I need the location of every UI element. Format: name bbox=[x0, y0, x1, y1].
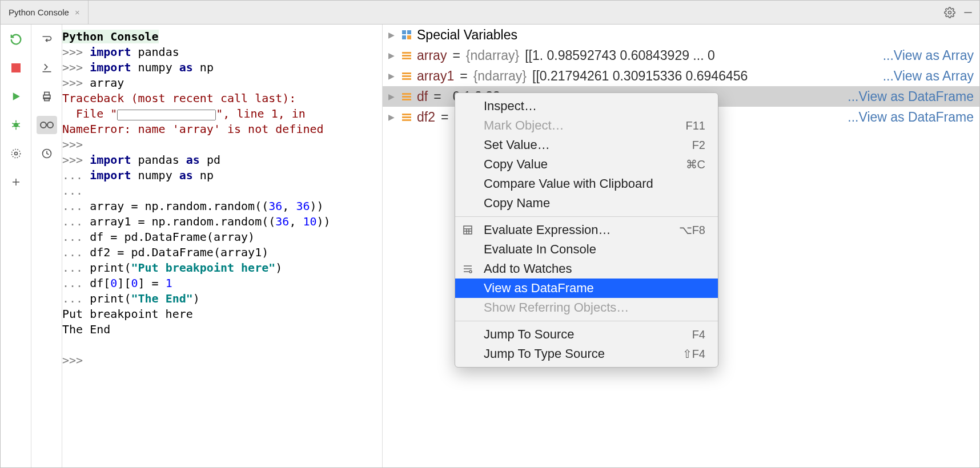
expand-icon[interactable]: ▶ bbox=[388, 51, 396, 60]
add-button[interactable] bbox=[6, 173, 26, 191]
svg-rect-17 bbox=[44, 92, 49, 95]
special-vars-icon bbox=[402, 30, 411, 39]
menu-item-label: Evaluate In Console bbox=[484, 242, 596, 257]
variable-row[interactable]: ▶array1 = {ndarray} [[0.21794261 0.30915… bbox=[383, 66, 979, 86]
console-output[interactable]: Python Console >>> import pandas >>> imp… bbox=[62, 25, 382, 467]
expand-icon[interactable]: ▶ bbox=[388, 92, 396, 101]
scroll-end-button[interactable] bbox=[37, 59, 57, 77]
menu-item[interactable]: Evaluate Expression…⌥F8 bbox=[455, 220, 718, 240]
history-button[interactable] bbox=[37, 144, 57, 163]
minimize-icon[interactable] bbox=[962, 7, 974, 18]
variable-type: {ndarray} bbox=[466, 48, 519, 63]
menu-shortcut: F11 bbox=[686, 119, 705, 132]
menu-item-label: Copy Value bbox=[484, 157, 548, 172]
rerun-button[interactable] bbox=[6, 30, 26, 49]
tab-python-console[interactable]: Python Console × bbox=[1, 1, 89, 25]
special-vars-label: Special Variables bbox=[417, 27, 517, 43]
menu-item-label: Copy Name bbox=[484, 196, 550, 211]
menu-item[interactable]: Add to Watches bbox=[455, 259, 718, 279]
menu-item-label: View as DataFrame bbox=[484, 281, 594, 296]
svg-line-7 bbox=[12, 123, 14, 124]
menu-item-label: Jump To Source bbox=[484, 327, 575, 342]
svg-rect-30 bbox=[402, 75, 411, 77]
variable-icon bbox=[402, 92, 411, 101]
menu-item[interactable]: View as DataFrame bbox=[455, 279, 718, 298]
menu-item-label: Jump To Type Source bbox=[484, 346, 605, 361]
variable-icon bbox=[402, 71, 411, 80]
svg-rect-27 bbox=[402, 55, 411, 57]
toolbar-primary bbox=[1, 25, 31, 467]
equals: = bbox=[441, 110, 448, 125]
tab-label: Python Console bbox=[9, 7, 69, 17]
variable-value: [[1. 0.98592743 0.60843929 ... 0 bbox=[525, 48, 877, 63]
menu-item-label: Add to Watches bbox=[484, 261, 572, 276]
view-as-link[interactable]: ...View as Array bbox=[883, 68, 974, 84]
settings-button[interactable] bbox=[6, 144, 26, 163]
menu-item-label: Show Referring Objects… bbox=[484, 300, 629, 315]
menu-item: Show Referring Objects… bbox=[455, 298, 718, 317]
menu-shortcut: F4 bbox=[692, 328, 705, 341]
svg-rect-24 bbox=[402, 35, 406, 39]
variable-value: [[0.21794261 0.30915336 0.6946456 bbox=[532, 68, 877, 84]
menu-separator bbox=[455, 216, 718, 217]
tab-bar: Python Console × bbox=[1, 1, 979, 25]
menu-item[interactable]: Jump To Type Source⇧F4 bbox=[455, 344, 718, 364]
menu-shortcut: ⌘C bbox=[686, 158, 705, 171]
view-as-link[interactable]: ...View as DataFrame bbox=[848, 89, 974, 104]
menu-item[interactable]: Evaluate In Console bbox=[455, 240, 718, 259]
variable-row[interactable]: ▶array = {ndarray} [[1. 0.98592743 0.608… bbox=[383, 45, 979, 66]
soft-wrap-button[interactable] bbox=[37, 30, 57, 49]
svg-line-9 bbox=[12, 126, 14, 127]
variable-name: df bbox=[417, 89, 428, 104]
equals: = bbox=[433, 89, 441, 104]
svg-rect-22 bbox=[402, 30, 406, 34]
svg-rect-37 bbox=[402, 119, 411, 121]
menu-item[interactable]: Copy Value⌘C bbox=[455, 155, 718, 174]
svg-line-10 bbox=[18, 126, 19, 127]
variable-name: array bbox=[417, 48, 447, 63]
svg-point-19 bbox=[41, 122, 46, 128]
menu-item-label: Mark Object… bbox=[484, 118, 564, 133]
equals: = bbox=[452, 48, 460, 63]
menu-item[interactable]: Jump To SourceF4 bbox=[455, 325, 718, 344]
svg-rect-32 bbox=[402, 93, 411, 95]
svg-rect-36 bbox=[402, 116, 411, 118]
svg-point-20 bbox=[47, 122, 53, 128]
svg-line-8 bbox=[18, 123, 19, 124]
expand-icon[interactable]: ▶ bbox=[388, 71, 396, 80]
svg-point-4 bbox=[13, 123, 18, 127]
expand-icon[interactable]: ▶ bbox=[388, 30, 396, 39]
debug-button[interactable] bbox=[6, 116, 26, 134]
menu-item: Mark Object…F11 bbox=[455, 116, 718, 135]
svg-rect-33 bbox=[402, 96, 411, 98]
special-variables-row[interactable]: ▶ Special Variables bbox=[383, 25, 979, 45]
svg-rect-28 bbox=[402, 58, 411, 59]
svg-rect-25 bbox=[407, 35, 411, 39]
menu-item[interactable]: Compare Value with Clipboard bbox=[455, 174, 718, 193]
view-as-link[interactable]: ...View as Array bbox=[883, 48, 974, 63]
svg-point-0 bbox=[949, 11, 951, 14]
show-variables-button[interactable] bbox=[37, 116, 57, 134]
calculator-icon bbox=[463, 225, 476, 235]
menu-item[interactable]: Set Value…F2 bbox=[455, 135, 718, 155]
stop-button[interactable] bbox=[6, 59, 26, 77]
context-menu: Inspect…Mark Object…F11Set Value…F2Copy … bbox=[455, 92, 718, 368]
menu-shortcut: ⌥F8 bbox=[679, 223, 705, 237]
svg-rect-29 bbox=[402, 72, 411, 74]
print-button[interactable] bbox=[37, 87, 57, 106]
menu-item[interactable]: Copy Name bbox=[455, 193, 718, 213]
svg-point-12 bbox=[11, 150, 20, 158]
close-icon[interactable]: × bbox=[75, 7, 80, 17]
expand-icon[interactable]: ▶ bbox=[388, 112, 396, 122]
run-button[interactable] bbox=[6, 87, 26, 106]
menu-item-label: Set Value… bbox=[484, 138, 550, 152]
menu-item-label: Evaluate Expression… bbox=[484, 223, 611, 237]
svg-rect-34 bbox=[402, 99, 411, 100]
gear-icon[interactable] bbox=[944, 7, 955, 18]
equals: = bbox=[460, 68, 467, 84]
svg-rect-26 bbox=[402, 52, 411, 54]
view-as-link[interactable]: ...View as DataFrame bbox=[848, 110, 974, 125]
menu-item[interactable]: Inspect… bbox=[455, 96, 718, 116]
svg-rect-35 bbox=[402, 114, 411, 115]
menu-shortcut: F2 bbox=[692, 139, 705, 152]
